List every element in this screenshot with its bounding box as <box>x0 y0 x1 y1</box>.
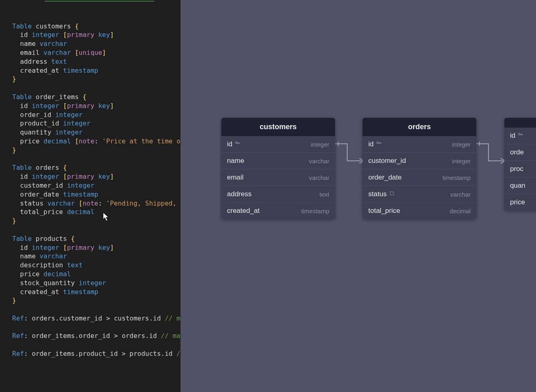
db-table-header: customers <box>221 118 335 136</box>
db-field-type: decimal <box>450 208 471 214</box>
code-line[interactable] <box>12 358 180 367</box>
code-line[interactable]: name varchar <box>12 252 180 261</box>
mouse-cursor-icon <box>103 212 110 222</box>
db-field-name: proc <box>510 165 523 173</box>
db-field-row[interactable]: created_attimestamp <box>221 202 335 219</box>
code-line[interactable]: address text <box>12 57 180 66</box>
db-field-name: price <box>510 198 525 206</box>
db-field-type: timestamp <box>443 174 471 181</box>
code-editor-pane[interactable]: Table customers { id integer [primary ke… <box>0 0 181 392</box>
code-line[interactable]: Table orders { <box>12 163 180 172</box>
code-line[interactable]: description text <box>12 261 180 270</box>
db-field-row[interactable]: addresstext <box>221 186 335 202</box>
db-field-name: id <box>227 140 240 148</box>
code-line[interactable]: price decimal <box>12 270 180 279</box>
code-line[interactable]: email varchar [unique] <box>12 48 180 57</box>
db-field-row[interactable]: idinteger <box>221 136 335 152</box>
db-table-header: orders <box>363 118 476 136</box>
code-line[interactable] <box>12 225 180 234</box>
db-field-type: varchar <box>309 158 329 165</box>
db-table-partial[interactable]: idintegerordeprocquanprice <box>504 118 536 210</box>
db-field-row[interactable]: idinteger <box>504 128 536 144</box>
code-line[interactable]: Table order_items { <box>12 93 180 102</box>
db-field-name: order_date <box>368 173 402 182</box>
code-line[interactable] <box>12 305 180 314</box>
code-line[interactable]: price decimal [note: 'Price at the time … <box>12 137 180 146</box>
code-line[interactable]: } <box>12 146 180 155</box>
db-field-row[interactable]: price <box>504 194 536 210</box>
db-field-type: text <box>320 191 329 198</box>
db-field-type: varchar <box>450 191 471 198</box>
note-icon <box>389 190 395 198</box>
code-line[interactable]: } <box>12 75 180 84</box>
db-field-row[interactable]: idinteger <box>363 136 476 152</box>
code-line[interactable]: Ref: order_items.product_id > products.i… <box>12 349 180 358</box>
primary-key-icon <box>235 140 240 148</box>
code-line[interactable] <box>12 13 180 22</box>
diagram-canvas[interactable]: customersidintegernamevarcharemailvarcha… <box>181 0 536 392</box>
code-line[interactable]: customer_id integer <box>12 181 180 190</box>
code-line[interactable]: status varchar [note: 'Pending, Shipped,… <box>12 199 180 208</box>
code-line[interactable]: created_at timestamp <box>12 288 180 297</box>
db-field-type: varchar <box>309 174 329 181</box>
db-field-name: id <box>510 132 523 140</box>
db-table-customers[interactable]: customersidintegernamevarcharemailvarcha… <box>221 118 335 219</box>
db-field-type: integer <box>311 141 329 148</box>
db-table-orders[interactable]: ordersidintegercustomer_idintegerorder_d… <box>363 118 476 219</box>
code-line[interactable]: id integer [primary key] <box>12 30 180 39</box>
code-line[interactable]: product_id integer <box>12 119 180 128</box>
code-line[interactable]: total_price decimal <box>12 208 180 217</box>
code-line[interactable]: order_date timestamp <box>12 190 180 199</box>
code-line[interactable] <box>12 155 180 164</box>
code-line[interactable]: Table customers { <box>12 22 180 31</box>
code-line[interactable]: stock_quantity integer <box>12 279 180 288</box>
db-field-name: status <box>368 190 395 198</box>
db-field-name: quan <box>510 182 525 190</box>
db-field-row[interactable]: statusvarchar <box>363 186 476 202</box>
db-field-type: integer <box>452 158 471 165</box>
db-field-type: integer <box>452 141 471 148</box>
code-line[interactable]: id integer [primary key] <box>12 172 180 181</box>
db-field-row[interactable]: orde <box>504 144 536 160</box>
db-field-type: timestamp <box>301 208 329 214</box>
db-field-name: total_price <box>368 207 400 215</box>
top-underline <box>45 1 154 2</box>
db-field-name: created_at <box>227 207 259 215</box>
db-field-name: orde <box>510 148 524 156</box>
db-field-row[interactable]: emailvarchar <box>221 169 335 186</box>
code-line[interactable]: quantity integer <box>12 128 180 137</box>
db-field-name: customer_id <box>368 157 406 165</box>
db-field-row[interactable]: customer_idinteger <box>363 152 476 169</box>
code-line[interactable]: Ref: order_items.order_id > orders.id //… <box>12 331 180 340</box>
code-line[interactable]: Ref: orders.customer_id > customers.id /… <box>12 314 180 323</box>
code-line[interactable]: id integer [primary key] <box>12 243 180 252</box>
code-line[interactable] <box>12 4 180 13</box>
code-line[interactable] <box>12 323 180 332</box>
primary-key-icon <box>518 132 523 140</box>
db-field-row[interactable]: proc <box>504 160 536 177</box>
db-table-header <box>504 118 536 128</box>
db-field-name: id <box>368 140 382 148</box>
code-line[interactable]: created_at timestamp <box>12 66 180 75</box>
db-field-row[interactable]: namevarchar <box>221 152 335 169</box>
code-line[interactable]: Table products { <box>12 234 180 243</box>
code-line[interactable] <box>12 84 180 93</box>
db-field-name: name <box>227 157 244 165</box>
code-line[interactable]: order_id integer <box>12 110 180 119</box>
code-line[interactable] <box>12 340 180 349</box>
db-field-name: email <box>227 173 244 182</box>
code-line[interactable]: } <box>12 217 180 225</box>
relation-connector-2 <box>476 138 507 167</box>
db-field-row[interactable]: quan <box>504 177 536 194</box>
code-line[interactable]: name varchar <box>12 39 180 48</box>
relation-connector-1 <box>335 138 365 167</box>
db-field-row[interactable]: order_datetimestamp <box>363 169 476 186</box>
primary-key-icon <box>376 140 382 148</box>
db-field-row[interactable]: total_pricedecimal <box>363 202 476 219</box>
code-line[interactable]: id integer [primary key] <box>12 102 180 110</box>
code-line[interactable]: } <box>12 296 180 305</box>
db-field-name: address <box>227 190 251 198</box>
